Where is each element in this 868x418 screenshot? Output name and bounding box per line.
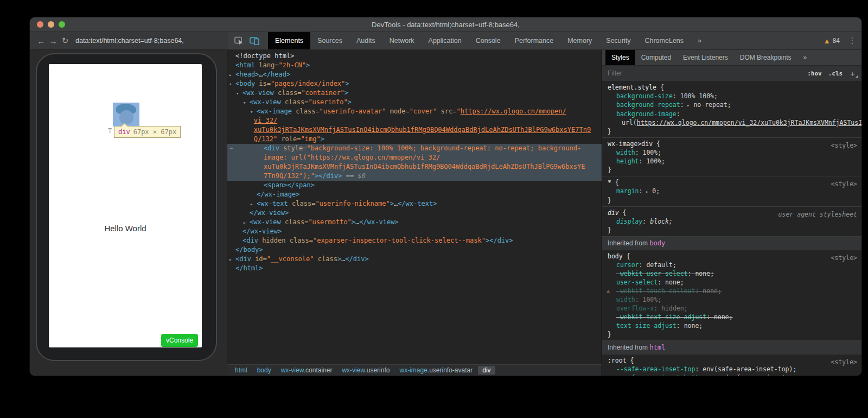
dom-node[interactable]: </wx-image> xyxy=(227,190,602,199)
expand-arrow-icon[interactable]: ▾ xyxy=(250,107,253,116)
tab-network[interactable]: Network xyxy=(382,32,422,49)
address-bar[interactable]: data:text/html;charset=utf-8;base64, xyxy=(75,37,184,45)
more-options-icon[interactable]: ⋮ xyxy=(845,32,859,49)
dom-node[interactable]: ▸<div id="__vconsole" class>…</div> xyxy=(227,255,602,264)
tab-performance[interactable]: Performance xyxy=(508,32,561,49)
breadcrumb-item[interactable]: body xyxy=(253,366,276,375)
css-property-row[interactable]: display: block; xyxy=(602,217,861,226)
css-property-row[interactable]: background-size: 100% 100%; xyxy=(602,92,861,100)
expand-value-arrow-icon[interactable]: ▸ xyxy=(684,103,690,108)
rule-selector[interactable]: element.style { xyxy=(602,83,861,92)
tab-elements[interactable]: Elements xyxy=(268,32,310,49)
filter-input[interactable] xyxy=(607,69,801,78)
dom-node[interactable]: </html> xyxy=(227,264,602,273)
device-toolbar-icon[interactable] xyxy=(247,32,262,49)
new-style-rule-icon[interactable]: + xyxy=(850,69,855,78)
css-property-row[interactable]: background-image: xyxy=(602,110,861,118)
css-property-row[interactable]: -webkit-text-size-adjust: none; xyxy=(602,313,861,321)
dom-node[interactable]: ▾<wx-view class="container"> xyxy=(227,88,602,98)
userinfo-avatar-image[interactable] xyxy=(113,103,139,126)
dom-node[interactable]: ▸<head>…</head> xyxy=(227,70,602,79)
tab-chromelens[interactable]: ChromeLens xyxy=(637,32,691,49)
breadcrumb-item[interactable]: wx-image.userinfo-avatar xyxy=(395,366,477,375)
breadcrumb-item[interactable]: div xyxy=(478,366,495,375)
forward-icon[interactable]: → xyxy=(47,36,59,46)
dom-node[interactable]: ▸<wx-text class="userinfo-nickname">…</w… xyxy=(227,199,602,208)
tab-application[interactable]: Application xyxy=(422,32,469,49)
inherited-node-link[interactable]: body xyxy=(649,239,665,247)
dom-node[interactable]: xuTu0k3jRTaJKmsXVMnfjASTusInO4ibcmQbhub1… xyxy=(227,125,602,135)
dom-node[interactable]: Q/132" role="img"> xyxy=(227,135,602,144)
rule-selector[interactable]: wx-image>div {<style> xyxy=(602,140,861,148)
css-property-row[interactable]: text-size-adjust: none; xyxy=(602,321,861,330)
dom-node[interactable]: ▾<body is="pages/index/index"> xyxy=(227,79,602,88)
expand-arrow-icon[interactable]: ▾ xyxy=(229,80,232,88)
css-value-wrap[interactable]: url(https://wx.qlogo.cn/mmopen/vi_32/xuT… xyxy=(602,118,861,127)
expand-arrow-icon[interactable]: ▾ xyxy=(236,89,239,98)
tab-sources[interactable]: Sources xyxy=(310,32,349,49)
tab-memory[interactable]: Memory xyxy=(560,32,599,49)
sidebar-tab-event-listeners[interactable]: Event Listeners xyxy=(677,50,734,65)
sidebar-tab-»[interactable]: » xyxy=(797,50,813,65)
rule-selector[interactable]: body {<style> xyxy=(602,252,861,261)
dom-node[interactable]: ▸<wx-view class="usermotto">…</wx-view> xyxy=(227,218,602,227)
sidebar-tab-computed[interactable]: Computed xyxy=(635,50,677,65)
rule-selector[interactable]: div {user agent stylesheet xyxy=(602,208,861,217)
breadcrumb-item[interactable]: wx-view.userinfo xyxy=(337,366,394,375)
breadcrumb-item[interactable]: html xyxy=(231,366,252,375)
sidebar-tab-dom-breakpoints[interactable]: DOM Breakpoints xyxy=(734,50,797,65)
css-property-row[interactable]: width: 100%; xyxy=(602,295,861,304)
pseudo-state-toggle[interactable]: :hov xyxy=(807,70,822,77)
vconsole-button[interactable]: vConsole xyxy=(161,334,198,347)
inherited-node-link[interactable]: html xyxy=(649,344,665,351)
zoom-button[interactable] xyxy=(59,21,65,28)
dom-node-selected[interactable]: image: url("https://wx.qlogo.cn/mmopen/v… xyxy=(227,153,602,162)
css-property-row[interactable]: --safe-area-inset-top: env(safe-area-ins… xyxy=(602,365,861,373)
dom-node[interactable]: <div hidden class="exparser-inspector-to… xyxy=(227,236,602,245)
dom-node[interactable]: ▾<wx-view class="userinfo"> xyxy=(227,98,602,107)
dom-node-selected[interactable]: ⋯<div style="background-size: 100% 100%;… xyxy=(227,144,602,153)
dom-node[interactable]: <html lang="zh-CN"> xyxy=(227,61,602,70)
css-property-row[interactable]: user-select: none; xyxy=(602,278,861,287)
dom-node[interactable]: </wx-view> xyxy=(227,227,602,236)
css-property-row[interactable]: --safe-area-inset-bottom: env(safe-area-… xyxy=(602,373,861,376)
page-screen[interactable]: T div 67px × 67px Hello World vConsole xyxy=(49,64,202,347)
css-property-row[interactable]: -webkit-user-select: none; xyxy=(602,269,861,278)
dom-node[interactable]: </body> xyxy=(227,245,602,255)
dom-node-selected[interactable]: 7Tn9Q/132");"></div> == $0 xyxy=(227,172,602,181)
css-property-row[interactable]: height: 100%; xyxy=(602,157,861,166)
expand-arrow-icon[interactable]: ▸ xyxy=(229,71,232,79)
class-toggle[interactable]: .cls xyxy=(828,70,843,77)
reload-icon[interactable]: ↻ xyxy=(59,36,71,46)
tab-security[interactable]: Security xyxy=(599,32,637,49)
expand-arrow-icon[interactable]: ▸ xyxy=(229,255,232,264)
rule-selector[interactable]: :root {<style> xyxy=(602,356,861,365)
minimize-button[interactable] xyxy=(48,21,54,28)
close-button[interactable] xyxy=(37,21,43,28)
expand-arrow-icon[interactable]: ▾ xyxy=(243,98,246,107)
dom-node[interactable]: <span></span> xyxy=(227,181,602,190)
dom-node[interactable]: vi_32/ xyxy=(227,116,602,125)
dom-node-selected[interactable]: xuTu0k3jRTaJKmsXVMnfjASTusInO4ibcmQbhub1… xyxy=(227,162,602,172)
back-icon[interactable]: ← xyxy=(35,36,47,46)
rule-selector[interactable]: * {<style> xyxy=(602,178,861,187)
inspect-element-icon[interactable] xyxy=(232,32,247,49)
css-property-row[interactable]: width: 100%; xyxy=(602,148,861,157)
tab-console[interactable]: Console xyxy=(469,32,508,49)
css-property-row[interactable]: cursor: default; xyxy=(602,261,861,269)
breadcrumb-item[interactable]: wx-view.container xyxy=(277,366,337,375)
dom-node[interactable]: ▾<wx-image class="userinfo-avatar" mode=… xyxy=(227,107,602,116)
css-property-row[interactable]: background-repeat: ▸ no-repeat; xyxy=(602,100,861,110)
css-property-row[interactable]: overflow-x: hidden; xyxy=(602,304,861,313)
css-property-row[interactable]: margin: ▸ 0; xyxy=(602,187,861,196)
tab-»[interactable]: » xyxy=(691,32,709,49)
expand-value-arrow-icon[interactable]: ▸ xyxy=(642,189,648,194)
css-property-row[interactable]: ▲-webkit-touch-callout: none; xyxy=(602,287,861,295)
dom-node[interactable]: <!doctype html> xyxy=(227,52,602,61)
expand-arrow-icon[interactable]: ▸ xyxy=(250,200,253,208)
dom-node[interactable]: </wx-view> xyxy=(227,208,602,218)
css-url-link[interactable]: https://wx.qlogo.cn/mmopen/vi_32/xuTu0k3… xyxy=(637,119,861,126)
sidebar-tab-styles[interactable]: Styles xyxy=(605,50,635,65)
tab-audits[interactable]: Audits xyxy=(349,32,382,49)
warnings-badge[interactable]: ▲ 84 xyxy=(818,32,845,49)
